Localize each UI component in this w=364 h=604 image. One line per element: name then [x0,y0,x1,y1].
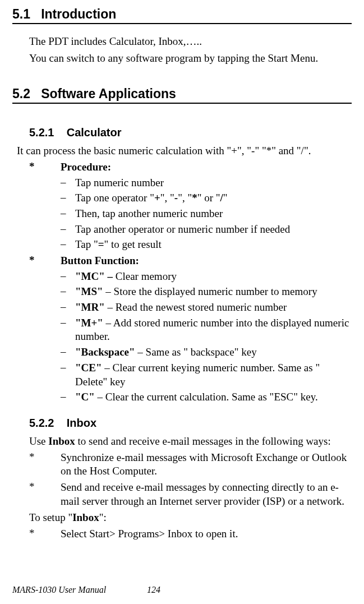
subsection-num: 5.2.2 [29,417,54,429]
proc-item-4: – Tap another operator or numeric number… [12,223,352,237]
dash-bullet: – [61,191,75,205]
proc-text: Tap one operator "+", "-", "*" or "/" [75,191,352,205]
proc-item-2: – Tap one operator "+", "-", "*" or "/" [12,191,352,205]
dash-bullet: – [61,223,75,237]
proc-text: Tap another operator or numeric number i… [75,223,352,237]
setup-text: Select Start> Programs> Inbox to open it… [61,527,352,541]
dash-bullet: – [61,270,75,284]
proc-text: Tap "=" to get result [75,238,352,252]
dash-bullet: – [61,176,75,190]
btn-text: "C" – Clear the current calculation. Sam… [75,390,352,404]
dash-bullet: – [61,390,75,404]
section-num: 5.2 [12,86,30,101]
dash-bullet: – [61,238,75,252]
btn-item-ms: – "MS" – Store the displayed numeric num… [12,285,352,299]
subsection-num: 5.2.1 [29,126,54,139]
inbox-item-2: * Send and receive e-mail messages by co… [12,481,352,508]
dash-bullet: – [61,301,75,315]
procedure-label: Procedure: [61,160,352,174]
btn-text: "MS" – Store the displayed numeric numbe… [75,285,352,299]
btn-text: "Backspace" – Same as " backspace" key [75,345,352,359]
star-bullet: * [29,254,61,268]
para-setup: To setup "Inbox": [29,510,352,525]
subsection-title: Inbox [67,417,96,429]
btn-item-ce: – "CE" – Clear current keying numeric nu… [12,361,352,389]
btn-item-c: – "C" – Clear the current calculation. S… [12,390,352,404]
proc-item-1: – Tap numeric number [12,176,352,190]
star-bullet: * [29,481,61,508]
para-5-1-1: The PDT includes Calculator, Inbox,….. [29,34,352,49]
dash-bullet: – [61,207,75,221]
setup-item-1: * Select Start> Programs> Inbox to open … [12,527,352,541]
page-footer: MARS-1030 User Manual 124 [12,585,352,595]
inbox-text: Synchronize e-mail messages with Microso… [61,451,352,478]
footer-page: 124 [147,585,160,595]
proc-text: Tap numeric number [75,176,352,190]
star-bullet: * [29,451,61,478]
footer-title: MARS-1030 User Manual [12,585,147,595]
btn-text: "M+" – Add stored numeric number into th… [75,316,352,344]
proc-item-3: – Then, tap another numeric number [12,207,352,221]
procedure-heading-row: * Procedure: [12,160,352,174]
section-5-2-1-heading: 5.2.1 Calculator [12,126,352,139]
dash-bullet: – [61,345,75,359]
btn-item-mr: – "MR" – Read the newest stored numeric … [12,301,352,315]
subsection-title: Calculator [67,126,122,139]
button-function-heading-row: * Button Function: [12,254,352,268]
para-5-2-2-intro: Use Inbox to send and receive e-mail mes… [29,434,352,449]
inbox-item-1: * Synchronize e-mail messages with Micro… [12,451,352,478]
section-title: Introduction [41,7,116,21]
button-function-label: Button Function: [61,254,352,268]
para-5-2-1-intro: It can process the basic numeric calcula… [17,144,352,158]
section-5-2-2-heading: 5.2.2 Inbox [12,417,352,430]
section-num: 5.1 [12,7,30,21]
btn-item-backspace: – "Backspace" – Same as " backspace" key [12,345,352,359]
section-title: Software Applications [41,86,176,101]
dash-bullet: – [61,361,75,389]
section-5-2-heading: 5.2 Software Applications [12,86,352,104]
dash-bullet: – [61,316,75,344]
star-bullet: * [29,160,61,174]
btn-text: "MR" – Read the newest stored numeric nu… [75,301,352,315]
btn-text: "MC" – Clear memory [75,270,352,284]
section-5-1-heading: 5.1 Introduction [12,7,352,24]
dash-bullet: – [61,285,75,299]
inbox-text: Send and receive e-mail messages by conn… [61,481,352,508]
proc-item-5: – Tap "=" to get result [12,238,352,252]
btn-item-mc: – "MC" – Clear memory [12,270,352,284]
btn-item-mplus: – "M+" – Add stored numeric number into … [12,316,352,344]
para-5-1-2: You can switch to any software program b… [29,51,352,66]
proc-text: Then, tap another numeric number [75,207,352,221]
star-bullet: * [29,527,61,541]
btn-text: "CE" – Clear current keying numeric numb… [75,361,352,389]
